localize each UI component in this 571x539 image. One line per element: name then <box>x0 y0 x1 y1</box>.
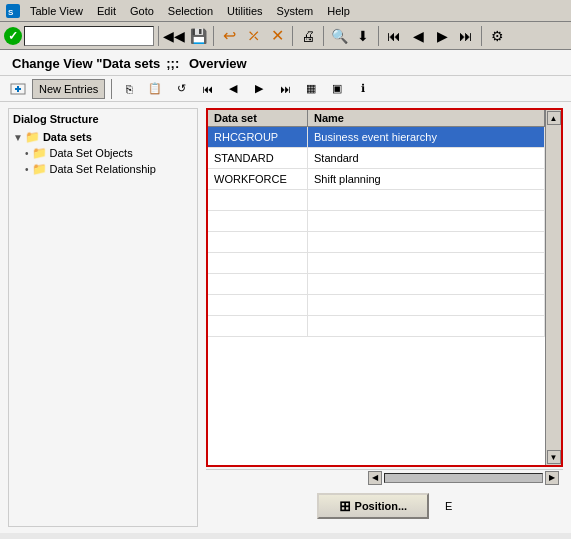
sub-toolbar: New Entries ⎘ 📋 ↺ ⏮ ◀ ▶ ⏭ ▦ ▣ ℹ <box>0 76 571 102</box>
cell-name-10 <box>308 316 545 336</box>
menu-system[interactable]: System <box>271 3 320 19</box>
sap-logo-icon[interactable]: S <box>4 2 22 20</box>
folder-open-icon: 📁 <box>25 130 40 144</box>
page-title: Change View "Data sets;;: Overview <box>12 56 559 71</box>
deselect-btn[interactable]: ▣ <box>326 79 348 99</box>
table-row[interactable]: RHCGROUP Business event hierarchy <box>208 127 545 148</box>
table-row[interactable] <box>208 295 545 316</box>
vertical-scrollbar[interactable]: ▲ ▼ <box>545 110 561 465</box>
command-input[interactable] <box>24 26 154 46</box>
table-row[interactable] <box>208 316 545 337</box>
copy-row-btn[interactable]: ⎘ <box>118 79 140 99</box>
cell-dataset-3: WORKFORCE <box>208 169 308 189</box>
save-btn[interactable]: 💾 <box>187 25 209 47</box>
cell-dataset-7 <box>208 253 308 273</box>
cell-name-4 <box>308 190 545 210</box>
toolbar-separator-2 <box>213 26 214 46</box>
expand-arrow-icon: ▼ <box>13 132 23 143</box>
cell-name-2: Standard <box>308 148 545 168</box>
table-header: Data set Name <box>208 110 545 127</box>
print-btn[interactable]: 🖨 <box>297 25 319 47</box>
scroll-right-btn[interactable]: ▶ <box>545 471 559 485</box>
exit-btn[interactable]: ⤫ <box>242 25 264 47</box>
table-row[interactable] <box>208 211 545 232</box>
new-entries-button[interactable]: New Entries <box>32 79 105 99</box>
find-next-btn[interactable]: ⬇ <box>352 25 374 47</box>
cell-dataset-2: STANDARD <box>208 148 308 168</box>
nav-first-btn[interactable]: ⏮ <box>196 79 218 99</box>
menu-selection[interactable]: Selection <box>162 3 219 19</box>
cell-dataset-9 <box>208 295 308 315</box>
first-page-btn[interactable]: ⏮ <box>383 25 405 47</box>
table-row[interactable] <box>208 274 545 295</box>
table-row[interactable] <box>208 190 545 211</box>
tree-item-objects[interactable]: • 📁 Data Set Objects <box>13 145 193 161</box>
undo-btn[interactable]: ↺ <box>170 79 192 99</box>
cell-name-3: Shift planning <box>308 169 545 189</box>
position-icon: ⊞ <box>339 498 351 514</box>
new-entries-icon <box>8 80 28 98</box>
table-row[interactable] <box>208 253 545 274</box>
table-row[interactable]: STANDARD Standard <box>208 148 545 169</box>
scroll-up-btn[interactable]: ▲ <box>547 111 561 125</box>
main-content: Dialog Structure ▼ 📁 Data sets • 📁 Data … <box>0 102 571 533</box>
nav-prev-btn[interactable]: ◀◀ <box>163 25 185 47</box>
bullet2-icon: • <box>25 164 29 175</box>
cell-dataset-5 <box>208 211 308 231</box>
horizontal-scrollbar-area: ◀ ▶ <box>206 469 563 485</box>
back-btn[interactable]: ↩ <box>218 25 240 47</box>
toolbar-separator-1 <box>158 26 159 46</box>
svg-text:S: S <box>8 8 14 17</box>
cell-dataset-8 <box>208 274 308 294</box>
status-text: E <box>445 500 452 512</box>
cell-name-9 <box>308 295 545 315</box>
nav-last2-btn[interactable]: ⏭ <box>274 79 296 99</box>
nav-prev2-btn[interactable]: ◀ <box>222 79 244 99</box>
scroll-down-btn[interactable]: ▼ <box>547 450 561 464</box>
dialog-structure-title: Dialog Structure <box>13 113 193 125</box>
cell-dataset-1: RHCGROUP <box>208 127 308 147</box>
table-row[interactable] <box>208 232 545 253</box>
info-btn[interactable]: ℹ <box>352 79 374 99</box>
cell-name-1: Business event hierarchy <box>308 127 545 147</box>
menu-bar: S Table View Edit Goto Selection Utiliti… <box>0 0 571 22</box>
prev-page-btn[interactable]: ◀ <box>407 25 429 47</box>
menu-edit[interactable]: Edit <box>91 3 122 19</box>
toolbar-separator-6 <box>481 26 482 46</box>
cell-dataset-6 <box>208 232 308 252</box>
tree-label-objects: Data Set Objects <box>50 147 133 159</box>
menu-goto[interactable]: Goto <box>124 3 160 19</box>
cell-name-6 <box>308 232 545 252</box>
select-all-btn[interactable]: ▦ <box>300 79 322 99</box>
table-body[interactable]: RHCGROUP Business event hierarchy STANDA… <box>208 127 545 465</box>
table-wrapper: Data set Name RHCGROUP Business event hi… <box>206 108 563 467</box>
position-label: Position... <box>355 500 408 512</box>
cell-name-8 <box>308 274 545 294</box>
menu-help[interactable]: Help <box>321 3 356 19</box>
menu-utilities[interactable]: Utilities <box>221 3 268 19</box>
status-ok-icon[interactable]: ✓ <box>4 27 22 45</box>
cell-dataset-10 <box>208 316 308 336</box>
paste-row-btn[interactable]: 📋 <box>144 79 166 99</box>
settings-btn[interactable]: ⚙ <box>486 25 508 47</box>
tree-label-relationships: Data Set Relationship <box>50 163 156 175</box>
toolbar-separator-3 <box>292 26 293 46</box>
table-row[interactable]: WORKFORCE Shift planning <box>208 169 545 190</box>
tree-item-relationships[interactable]: • 📁 Data Set Relationship <box>13 161 193 177</box>
cell-name-7 <box>308 253 545 273</box>
tree-item-root[interactable]: ▼ 📁 Data sets <box>13 129 193 145</box>
h-scroll-track <box>384 473 544 483</box>
cancel-btn[interactable]: ✕ <box>266 25 288 47</box>
title-area: Change View "Data sets;;: Overview <box>0 50 571 76</box>
menu-table-view[interactable]: Table View <box>24 3 89 19</box>
nav-next2-btn[interactable]: ▶ <box>248 79 270 99</box>
scroll-left-btn[interactable]: ◀ <box>368 471 382 485</box>
find-btn[interactable]: 🔍 <box>328 25 350 47</box>
next-page-btn[interactable]: ▶ <box>431 25 453 47</box>
title-text-1: Change View "Data sets <box>12 56 160 71</box>
sub-separator-1 <box>111 79 112 99</box>
last-page-btn[interactable]: ⏭ <box>455 25 477 47</box>
new-entries-label: New Entries <box>39 83 98 95</box>
dialog-structure-panel: Dialog Structure ▼ 📁 Data sets • 📁 Data … <box>8 108 198 527</box>
position-button[interactable]: ⊞ Position... <box>317 493 430 519</box>
